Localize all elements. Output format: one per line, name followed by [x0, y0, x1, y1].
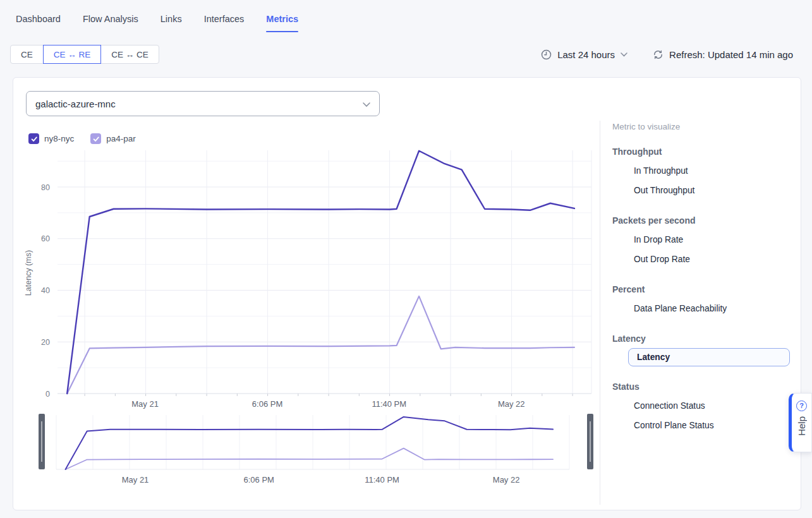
group-header-packets: Packets per second — [612, 215, 799, 226]
series-label: ny8-nyc — [44, 134, 74, 143]
svg-text:11:40 PM: 11:40 PM — [372, 399, 406, 409]
nav-interfaces[interactable]: Interfaces — [204, 14, 245, 28]
clock-icon — [541, 49, 552, 60]
sidebar-item-data-plane-reachability[interactable]: Data Plane Reachability — [612, 299, 799, 318]
group-header-status: Status — [612, 382, 799, 392]
tab-ce-ce[interactable]: CE ↔ CE — [100, 45, 159, 64]
refresh-label: Refresh: Updated 14 min ago — [669, 49, 793, 60]
series-toggle-ny8-nyc[interactable]: ny8-nyc — [28, 133, 74, 144]
metrics-panel: galactic-azure-mnc ny8-nyc pa4-par Laten… — [13, 77, 801, 510]
svg-text:May 21: May 21 — [131, 399, 159, 409]
sidebar-item-latency-selected[interactable]: Latency — [628, 348, 790, 366]
metric-sidebar: Metric to visualize Throughput In Throug… — [612, 122, 799, 435]
svg-text:May 21: May 21 — [122, 475, 149, 485]
checkbox-checked-icon[interactable] — [90, 133, 101, 144]
group-header-percent: Percent — [612, 284, 799, 294]
header-controls: Last 24 hours Refresh: Updated 14 min ag… — [541, 45, 793, 64]
svg-text:60: 60 — [41, 234, 50, 243]
sidebar-item-out-throughput[interactable]: Out Throughput — [612, 181, 799, 200]
svg-text:6:06 PM: 6:06 PM — [252, 399, 282, 409]
time-range-selector[interactable]: Last 24 hours — [541, 49, 627, 60]
tab-ce-re[interactable]: CE ↔ RE — [43, 45, 102, 64]
question-circle-icon: ? — [796, 401, 807, 411]
refresh-button[interactable]: Refresh: Updated 14 min ago — [653, 49, 793, 60]
series-legend: ny8-nyc pa4-par — [28, 133, 136, 144]
help-label: Help — [796, 416, 807, 436]
svg-text:11:40 PM: 11:40 PM — [365, 475, 399, 485]
group-header-throughput: Throughput — [612, 147, 799, 157]
refresh-icon — [653, 49, 664, 60]
latency-brush-chart[interactable]: May 216:06 PM11:40 PMMay 22 — [35, 410, 598, 489]
device-select[interactable]: galactic-azure-mnc — [26, 91, 380, 116]
tab-ce[interactable]: CE — [10, 45, 44, 64]
checkbox-checked-icon[interactable] — [28, 133, 39, 144]
svg-text:0: 0 — [45, 390, 50, 399]
sidebar-title: Metric to visualize — [612, 122, 799, 131]
help-button[interactable]: ? Help — [789, 393, 812, 452]
svg-text:80: 80 — [41, 183, 50, 192]
sidebar-item-control-plane-status[interactable]: Control Plane Status — [612, 416, 799, 435]
sidebar-item-connection-status[interactable]: Connection Status — [612, 396, 799, 416]
svg-text:May 22: May 22 — [493, 475, 520, 485]
chevron-down-icon — [621, 52, 627, 57]
top-nav: Dashboard Flow Analysis Links Interfaces… — [16, 14, 298, 28]
svg-text:6:06 PM: 6:06 PM — [244, 475, 274, 485]
nav-flow-analysis[interactable]: Flow Analysis — [83, 14, 138, 28]
sidebar-item-in-drop-rate[interactable]: In Drop Rate — [612, 230, 799, 250]
nav-dashboard[interactable]: Dashboard — [16, 14, 61, 28]
latency-main-chart: 020406080May 216:06 PM11:40 PMMay 22 — [39, 146, 607, 411]
series-toggle-pa4-par[interactable]: pa4-par — [90, 133, 136, 144]
chevron-down-icon — [363, 99, 370, 109]
group-header-latency: Latency — [612, 334, 799, 344]
nav-links[interactable]: Links — [161, 14, 182, 28]
time-range-label: Last 24 hours — [557, 49, 615, 60]
series-label: pa4-par — [106, 134, 136, 143]
sidebar-item-in-throughput[interactable]: In Throughput — [612, 161, 799, 181]
y-axis-label: Latency (ms) — [24, 235, 33, 311]
nav-metrics[interactable]: Metrics — [266, 14, 298, 28]
device-select-value: galactic-azure-mnc — [35, 99, 116, 109]
svg-text:May 22: May 22 — [498, 399, 525, 409]
svg-text:20: 20 — [41, 338, 50, 347]
svg-text:40: 40 — [41, 286, 50, 295]
sidebar-item-out-drop-rate[interactable]: Out Drop Rate — [612, 250, 799, 269]
view-tab-group: CE CE ↔ RE CE ↔ CE — [10, 45, 159, 64]
sidebar-divider — [600, 121, 600, 505]
